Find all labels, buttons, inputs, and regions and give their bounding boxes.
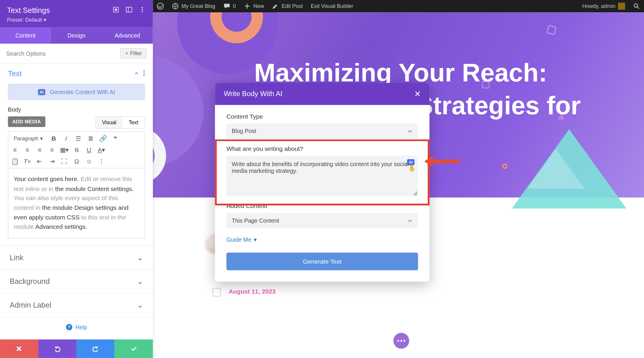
quote-icon[interactable]: ❝ <box>112 134 119 142</box>
tab-advanced[interactable]: Advanced <box>102 27 153 44</box>
cancel-button[interactable] <box>0 340 38 358</box>
emoji-icon[interactable]: ☺ <box>85 157 93 165</box>
exit-visual-builder[interactable]: Exit Visual Builder <box>307 0 357 12</box>
svg-rect-5 <box>126 7 132 12</box>
section-text-header[interactable]: Text <box>8 70 145 79</box>
align-justify-icon[interactable]: ≡ <box>48 146 56 154</box>
cursor-icon: ✋ <box>408 165 415 172</box>
resize-handle-icon[interactable] <box>413 191 417 195</box>
special-char-icon[interactable]: Ω <box>73 157 80 165</box>
svg-point-10 <box>143 70 145 72</box>
search-icon[interactable] <box>629 0 644 12</box>
builder-fab[interactable] <box>393 333 409 349</box>
strikethrough-icon[interactable]: S <box>73 146 80 154</box>
chevron-down-icon: ⌄ <box>137 301 143 310</box>
more-tools-icon[interactable]: ⋮ <box>97 157 105 165</box>
ai-icon: AI <box>38 89 45 95</box>
added-context-label: Added Context <box>226 202 418 209</box>
added-context-select[interactable]: This Page Content <box>226 213 418 229</box>
paste-icon[interactable]: 📋 <box>11 157 19 165</box>
section-admin-label[interactable]: Admin Label⌄ <box>0 293 153 317</box>
section-background[interactable]: Background⌄ <box>0 270 153 293</box>
svg-text:?: ? <box>68 325 71 330</box>
panel-header: Text Settings Preset: Default ▾ <box>0 0 153 27</box>
filter-button[interactable]: +Filter <box>120 48 147 59</box>
decor-shape <box>546 25 557 35</box>
save-button[interactable] <box>115 340 153 358</box>
tab-design[interactable]: Design <box>51 27 102 44</box>
expand-icon[interactable] <box>126 6 133 15</box>
close-icon[interactable]: ✕ <box>414 89 421 99</box>
panel-title: Text Settings <box>7 6 50 15</box>
chevron-up-icon[interactable] <box>133 70 140 79</box>
content-type-select[interactable]: Blog Post <box>226 123 418 139</box>
panel-footer <box>0 340 153 358</box>
decor-shape <box>502 163 507 169</box>
align-center-icon[interactable]: ≡ <box>23 146 31 154</box>
redo-button[interactable] <box>76 340 115 358</box>
generate-content-ai-button[interactable]: AI Generate Content With AI <box>8 84 145 100</box>
snap-icon[interactable] <box>112 6 119 15</box>
outdent-icon[interactable]: ⇤ <box>36 157 44 165</box>
svg-rect-4 <box>115 8 117 11</box>
new-link[interactable]: New <box>240 0 268 12</box>
bullet-list-icon[interactable]: ☰ <box>74 134 82 142</box>
comments-link[interactable]: 0 <box>219 0 240 12</box>
format-select[interactable]: Paragraph▾ <box>11 134 45 142</box>
italic-icon[interactable]: I <box>62 134 70 142</box>
edit-post-link[interactable]: Edit Post <box>268 0 307 12</box>
add-media-button[interactable]: ADD MEDIA <box>8 116 45 127</box>
section-text-label: Text <box>8 70 22 79</box>
table-icon[interactable]: ▦▾ <box>60 146 68 154</box>
guide-me-link[interactable]: Guide Me▾ <box>226 236 418 243</box>
clear-format-icon[interactable]: T× <box>23 157 31 165</box>
panel-search-row: +Filter <box>0 44 153 64</box>
site-name-link[interactable]: My Great Blog <box>168 0 219 12</box>
modal-header: Write Body With AI ✕ <box>215 83 429 105</box>
link-icon[interactable]: 🔗 <box>99 134 107 142</box>
more-icon[interactable] <box>139 6 146 15</box>
chevron-down-icon: ⌄ <box>137 277 143 286</box>
text-tab[interactable]: Text <box>122 117 144 128</box>
modal-title: Write Body With AI <box>224 90 282 98</box>
text-color-icon[interactable]: A▾ <box>97 146 105 154</box>
svg-point-2 <box>634 4 638 7</box>
write-body-ai-modal: Write Body With AI ✕ Content Type Blog P… <box>215 83 429 282</box>
align-left-icon[interactable]: ≡ <box>11 146 19 154</box>
howdy-user[interactable]: Howdy, admin <box>578 0 629 12</box>
settings-panel: Text Settings Preset: Default ▾ Content … <box>0 0 153 358</box>
help-link[interactable]: ? Help <box>0 317 153 334</box>
body-label: Body <box>8 106 145 113</box>
panel-tabs: Content Design Advanced <box>0 27 153 44</box>
visual-tab[interactable]: Visual <box>96 117 122 128</box>
underline-icon[interactable]: U <box>85 146 93 154</box>
editor-toolbar: Paragraph▾ B I ☰ ≣ 🔗 ❝ ≡ ≡ ≡ ≡ ▦▾ S U A▾… <box>8 131 145 168</box>
undo-button[interactable] <box>38 340 77 358</box>
wp-logo[interactable] <box>153 0 168 12</box>
wp-admin-bar: My Great Blog 0 New Edit Post Exit Visua… <box>153 0 644 12</box>
section-more-icon[interactable] <box>143 70 145 79</box>
chevron-down-icon: ⌄ <box>137 253 143 262</box>
generate-text-button[interactable]: Generate Text <box>226 253 418 270</box>
section-link[interactable]: Link⌄ <box>0 246 153 269</box>
tab-content[interactable]: Content <box>0 27 51 44</box>
numbered-list-icon[interactable]: ≣ <box>87 134 95 142</box>
svg-point-12 <box>143 75 145 76</box>
editor-content[interactable]: Your content goes here. Edit or remove t… <box>8 168 145 238</box>
annotation-arrow <box>431 160 460 163</box>
decor-triangle <box>527 149 585 189</box>
prompt-label: What are you writing about? <box>226 145 418 152</box>
preset-selector[interactable]: Preset: Default ▾ <box>7 17 146 23</box>
align-right-icon[interactable]: ≡ <box>36 146 44 154</box>
post-date: August 11, 2023 <box>229 288 275 295</box>
svg-point-8 <box>142 9 143 10</box>
prompt-textarea[interactable]: Write about the benefits of incorporatin… <box>226 156 418 196</box>
svg-point-11 <box>143 73 145 74</box>
bold-icon[interactable]: B <box>50 134 58 142</box>
indent-icon[interactable]: ⇥ <box>48 157 56 165</box>
fullscreen-icon[interactable]: ⛶ <box>60 157 68 165</box>
calendar-icon <box>212 288 221 297</box>
editor-mode-tabs: Visual Text <box>95 116 145 129</box>
ai-badge-button[interactable]: AI <box>407 159 415 165</box>
search-input[interactable] <box>6 50 120 57</box>
